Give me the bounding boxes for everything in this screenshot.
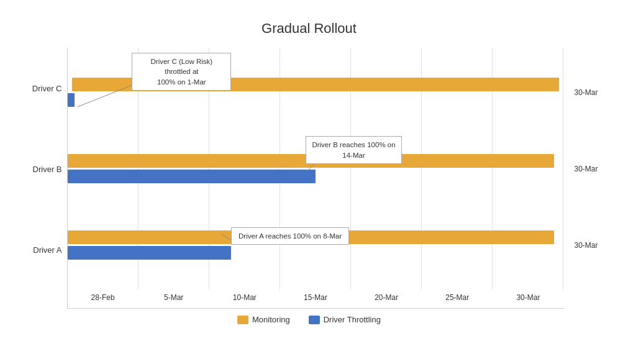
right-axis-spacer: [564, 48, 601, 309]
annotation-driver-b: Driver B reaches 100% on14-Mar: [306, 136, 402, 163]
y-label-driver-b: Driver B: [17, 165, 67, 173]
x-label-25mar: 25-Mar: [422, 289, 493, 308]
x-label-10mar: 10-Mar: [209, 289, 280, 308]
legend-item-driver-throttling: Driver Throttling: [309, 315, 381, 324]
plot-area: 30-Mar 30-Mar: [67, 48, 564, 309]
legend-label-monitoring: Monitoring: [252, 315, 290, 324]
y-label-driver-c: Driver C: [17, 84, 67, 93]
bar-row-c-blue: [68, 93, 564, 107]
legend-item-monitoring: Monitoring: [237, 315, 290, 324]
chart-container: Gradual Rollout Driver C Driver B Driver…: [11, 8, 607, 356]
right-label-a: 30-Mar: [574, 241, 598, 250]
annotation-driver-a: Driver A reaches 100% on 8-Mar: [231, 227, 349, 245]
legend-label-throttling: Driver Throttling: [324, 315, 381, 324]
x-label-20mar: 20-Mar: [351, 289, 422, 308]
y-axis-labels: Driver C Driver B Driver A: [17, 48, 67, 309]
legend-swatch-throttling: [309, 316, 320, 324]
bar-a-throttling: [68, 246, 232, 260]
x-axis: 28-Feb 5-Mar 10-Mar 15-Mar 20-Mar 25-Mar…: [68, 289, 564, 308]
right-label-c: 30-Mar: [574, 88, 598, 97]
right-label-b: 30-Mar: [574, 165, 598, 173]
bar-c-throttling: [68, 93, 75, 107]
annotation-driver-c: Driver C (Low Risk) throttled at100% on …: [132, 53, 231, 90]
y-label-driver-a: Driver A: [17, 246, 67, 254]
chart-body: Driver C Driver B Driver A: [17, 48, 601, 309]
legend-swatch-monitoring: [237, 316, 248, 324]
x-label-15mar: 15-Mar: [280, 289, 351, 308]
chart-title: Gradual Rollout: [17, 20, 601, 37]
bar-row-a-blue: [68, 246, 564, 260]
bar-b-throttling: [68, 170, 316, 183]
bar-row-b-blue: [68, 170, 564, 183]
x-label-30mar: 30-Mar: [493, 289, 563, 308]
x-label-5mar: 5-Mar: [139, 289, 209, 308]
legend: Monitoring Driver Throttling: [17, 315, 601, 324]
x-label-28feb: 28-Feb: [68, 289, 139, 308]
